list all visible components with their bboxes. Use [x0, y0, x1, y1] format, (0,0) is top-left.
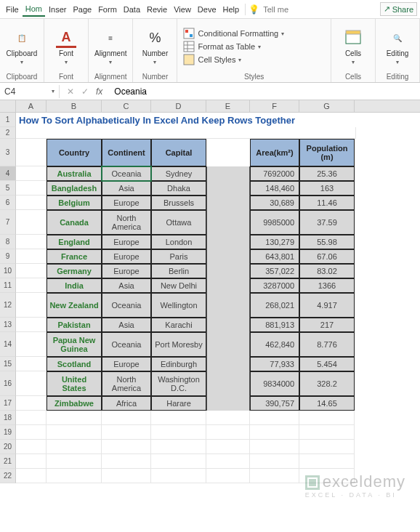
- cell[interactable]: [206, 371, 250, 396]
- cell-country[interactable]: United States: [47, 371, 102, 396]
- cell[interactable]: [16, 454, 47, 469]
- row-header[interactable]: 7: [0, 210, 16, 235]
- cell[interactable]: [206, 235, 250, 249]
- cell-capital[interactable]: Port Moresby: [151, 332, 206, 357]
- cell-continent[interactable]: Asia: [102, 181, 151, 196]
- cell-area[interactable]: 30,689: [250, 196, 299, 210]
- cells-button[interactable]: Cells▾: [337, 28, 369, 65]
- cell-continent[interactable]: Europe: [102, 264, 151, 278]
- cell[interactable]: [206, 249, 250, 264]
- cell[interactable]: [16, 139, 47, 166]
- cell-capital[interactable]: Ottawa: [151, 210, 206, 235]
- cell-continent[interactable]: Europe: [102, 357, 151, 371]
- row-header[interactable]: 20: [0, 440, 16, 454]
- cell[interactable]: [16, 264, 47, 278]
- cell[interactable]: [151, 425, 206, 440]
- clipboard-button[interactable]: 📋 Clipboard▾: [6, 28, 38, 65]
- tab-formulas[interactable]: Form: [95, 2, 120, 16]
- cell-country[interactable]: Australia: [47, 166, 102, 181]
- cell[interactable]: [16, 411, 47, 425]
- cell-capital[interactable]: Washington D.C.: [151, 371, 206, 396]
- cell[interactable]: [47, 440, 102, 454]
- cell[interactable]: [206, 411, 250, 425]
- cell-population[interactable]: 14.65: [299, 396, 355, 411]
- tab-data[interactable]: Data: [121, 2, 143, 16]
- cell[interactable]: [102, 454, 151, 469]
- cell-population[interactable]: 4.917: [299, 293, 355, 318]
- cell-country[interactable]: England: [47, 235, 102, 249]
- cell-country[interactable]: Bangladesh: [47, 181, 102, 196]
- row-header[interactable]: 12: [0, 293, 16, 318]
- cell-area[interactable]: 643,801: [250, 249, 299, 264]
- cell[interactable]: [250, 411, 299, 425]
- tab-page[interactable]: Page: [70, 2, 94, 16]
- row-header[interactable]: 21: [0, 454, 16, 469]
- cell[interactable]: [16, 318, 47, 332]
- cell-country[interactable]: Papua New Guinea: [47, 332, 102, 357]
- cell[interactable]: [16, 235, 47, 249]
- alignment-button[interactable]: ≡ Alignment▾: [94, 28, 126, 65]
- row-header[interactable]: 9: [0, 249, 16, 264]
- cell-area[interactable]: 9985000: [250, 210, 299, 235]
- cell[interactable]: [206, 396, 250, 411]
- cell-area[interactable]: 9834000: [250, 371, 299, 396]
- cell-population[interactable]: 163: [299, 181, 355, 196]
- cell[interactable]: [16, 425, 47, 440]
- cell-continent[interactable]: Oceania: [102, 332, 151, 357]
- cell-continent[interactable]: North America: [102, 210, 151, 235]
- formula-input[interactable]: [110, 85, 420, 98]
- header-area[interactable]: Area(km²): [250, 139, 299, 166]
- cell-area[interactable]: 881,913: [250, 318, 299, 332]
- row-header[interactable]: 8: [0, 235, 16, 249]
- cell[interactable]: [16, 249, 47, 264]
- cell[interactable]: [151, 411, 206, 425]
- format-as-table-button[interactable]: Format as Table ▾: [183, 41, 284, 52]
- cell-population[interactable]: 83.02: [299, 264, 355, 278]
- col-header[interactable]: B: [47, 100, 102, 112]
- cell-area[interactable]: 77,933: [250, 357, 299, 371]
- cell-continent[interactable]: Africa: [102, 396, 151, 411]
- cell-population[interactable]: 55.98: [299, 235, 355, 249]
- cell[interactable]: [250, 469, 299, 483]
- cell-capital[interactable]: Berlin: [151, 264, 206, 278]
- cell[interactable]: [206, 332, 250, 357]
- cell[interactable]: [151, 469, 206, 483]
- editing-button[interactable]: 🔍 Editing▾: [381, 28, 413, 65]
- cell[interactable]: [250, 454, 299, 469]
- cell-country[interactable]: Scotland: [47, 357, 102, 371]
- cell-population[interactable]: 25.36: [299, 166, 355, 181]
- cell[interactable]: [250, 425, 299, 440]
- cell-country[interactable]: India: [47, 278, 102, 293]
- sheet-title[interactable]: How To Sort Alphabetically In Excel And …: [16, 113, 356, 127]
- col-header[interactable]: C: [102, 100, 151, 112]
- share-button[interactable]: ↗ Share: [380, 2, 417, 16]
- cell-population[interactable]: 5.454: [299, 357, 355, 371]
- cell-country[interactable]: Germany: [47, 264, 102, 278]
- cell[interactable]: [16, 196, 47, 210]
- row-header[interactable]: 19: [0, 425, 16, 440]
- cell-population[interactable]: 217: [299, 318, 355, 332]
- row-header[interactable]: 17: [0, 396, 16, 411]
- cell-continent[interactable]: Europe: [102, 235, 151, 249]
- tab-developer[interactable]: Deve: [195, 2, 219, 16]
- cell-continent[interactable]: Europe: [102, 196, 151, 210]
- cell[interactable]: [206, 357, 250, 371]
- row-header[interactable]: 14: [0, 332, 16, 357]
- cell-capital[interactable]: Sydney: [151, 166, 206, 181]
- cell-continent[interactable]: Asia: [102, 318, 151, 332]
- tab-help[interactable]: Help: [220, 2, 243, 16]
- cell-population[interactable]: 328.2: [299, 371, 355, 396]
- cell[interactable]: [151, 454, 206, 469]
- row-header[interactable]: 1: [0, 113, 16, 127]
- cell-area[interactable]: 390,757: [250, 396, 299, 411]
- fx-icon[interactable]: fx: [96, 86, 102, 97]
- cell[interactable]: [16, 293, 47, 318]
- cell[interactable]: [47, 425, 102, 440]
- cell-continent[interactable]: Oceania: [102, 166, 151, 181]
- cell[interactable]: [16, 396, 47, 411]
- col-header[interactable]: G: [299, 100, 355, 112]
- cell-area[interactable]: 357,022: [250, 264, 299, 278]
- cell[interactable]: [102, 469, 151, 483]
- cell[interactable]: [250, 440, 299, 454]
- number-button[interactable]: % Number▾: [139, 28, 171, 65]
